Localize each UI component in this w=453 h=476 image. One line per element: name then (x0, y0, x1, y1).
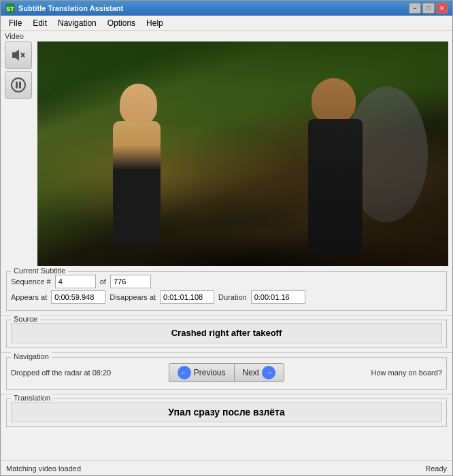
svg-rect-7 (19, 82, 21, 88)
subtitle-legend: Current Subtitle (11, 267, 68, 275)
translation-section: Translation Упал сразу после взлёта (1, 394, 452, 431)
person-left-head (120, 84, 157, 124)
sequence-label: Sequence # (11, 277, 51, 286)
menu-edit[interactable]: Edit (27, 17, 52, 29)
speaker-icon (10, 47, 27, 63)
next-label: Next (243, 368, 260, 377)
navigation-section: Navigation Dropped off the radar at 08:2… (1, 352, 452, 394)
status-bar: Matching video loaded Ready (1, 460, 452, 475)
navigation-fieldset: Navigation Dropped off the radar at 08:2… (6, 357, 447, 390)
person-left (99, 94, 181, 243)
timing-row: Appears at Disappears at Duration (11, 290, 442, 304)
menu-options[interactable]: Options (102, 17, 141, 29)
person-right-body (308, 119, 363, 255)
menu-bar: File Edit Navigation Options Help (1, 16, 452, 31)
menu-navigation[interactable]: Navigation (52, 17, 102, 29)
video-area (5, 41, 448, 266)
nav-right-text: How many on board? (290, 369, 442, 377)
previous-button[interactable]: ← Previous (169, 363, 234, 382)
video-label: Video (5, 32, 448, 40)
svg-text:ST: ST (6, 5, 14, 12)
previous-label: Previous (194, 368, 226, 377)
main-window: ST Subtitle Translation Assistant − □ ✕ … (0, 0, 453, 476)
subtitle-fieldset: Current Subtitle Sequence # of Appears a… (6, 271, 447, 311)
video-player[interactable] (37, 41, 448, 266)
menu-help[interactable]: Help (141, 17, 169, 29)
person-right (298, 92, 386, 255)
sequence-row: Sequence # of (11, 275, 442, 288)
movie-scene (37, 41, 448, 266)
disappears-input[interactable] (160, 290, 214, 304)
nav-buttons: ← Previous Next → (169, 363, 284, 382)
window-title: Subtitle Translation Assistant (18, 4, 409, 12)
main-content: Video (1, 31, 452, 475)
appears-label: Appears at (11, 293, 47, 301)
menu-file[interactable]: File (3, 17, 27, 29)
person-right-head (312, 78, 356, 122)
duration-input[interactable] (251, 290, 305, 304)
pause-button[interactable] (5, 71, 32, 99)
next-button[interactable]: Next → (234, 363, 285, 382)
source-text: Crashed right after takeoff (11, 323, 442, 343)
pause-icon (10, 77, 27, 93)
minimize-button[interactable]: − (409, 3, 421, 14)
of-label: of (100, 277, 106, 286)
person-left-body (113, 121, 161, 243)
navigation-legend: Navigation (11, 352, 52, 360)
video-controls (5, 41, 35, 266)
window-controls: − □ ✕ (409, 3, 448, 14)
status-left: Matching video loaded (6, 464, 425, 473)
appears-input[interactable] (51, 290, 105, 304)
maximize-button[interactable]: □ (422, 3, 435, 14)
source-section: Source Crashed right after takeoff (1, 315, 452, 352)
prev-arrow-icon: ← (178, 366, 191, 379)
nav-context-text: Dropped off the radar at 08:20 (11, 369, 163, 377)
app-icon: ST (5, 3, 16, 14)
svg-point-5 (12, 78, 25, 92)
mute-button[interactable] (5, 41, 32, 69)
title-bar: ST Subtitle Translation Assistant − □ ✕ (1, 1, 452, 16)
total-input[interactable] (110, 275, 151, 288)
close-button[interactable]: ✕ (436, 3, 448, 14)
translation-text: Упал сразу после взлёта (11, 402, 442, 422)
svg-rect-6 (16, 82, 18, 88)
nav-controls: Dropped off the radar at 08:20 ← Previou… (11, 360, 442, 385)
status-right: Ready (425, 464, 447, 473)
video-section: Video (1, 31, 452, 269)
translation-legend: Translation (11, 394, 53, 402)
disappears-label: Disappears at (110, 293, 156, 301)
duration-label: Duration (218, 293, 247, 301)
source-legend: Source (11, 315, 40, 323)
svg-marker-2 (12, 50, 19, 61)
sequence-input[interactable] (55, 275, 96, 288)
translation-fieldset: Translation Упал сразу после взлёта (6, 398, 447, 427)
next-arrow-icon: → (262, 366, 275, 379)
subtitle-info-section: Current Subtitle Sequence # of Appears a… (1, 269, 452, 315)
source-fieldset: Source Crashed right after takeoff (6, 320, 447, 348)
